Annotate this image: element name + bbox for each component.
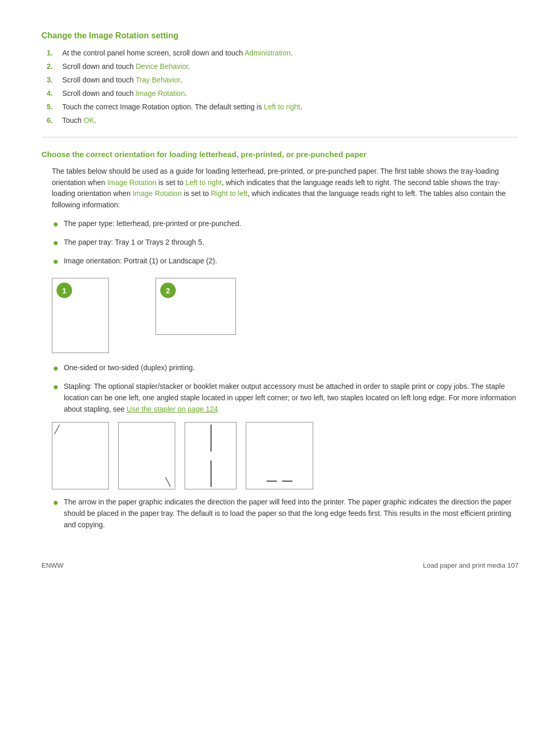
intro-paragraph: The tables below should be used as a gui… [41, 166, 519, 211]
step-text: Scroll down and touch Device Behavior. [62, 62, 190, 71]
bullet-dot: ● [53, 380, 59, 395]
bullet-text-staple: Stapling: The optional stapler/stacker o… [64, 381, 519, 415]
step-text: Scroll down and touch Tray Behavior. [62, 76, 182, 84]
list-item: 3. Scroll down and touch Tray Behavior. [41, 76, 519, 84]
bullet-dot: ● [53, 236, 59, 250]
bullet-text: The arrow in the paper graphic indicates… [64, 497, 519, 530]
step-num: 4. [47, 89, 62, 97]
arrow-icon: ╲ [165, 477, 171, 487]
bullet-list-2: ● One-sided or two-sided (duplex) printi… [41, 362, 519, 415]
image-rotation-link2[interactable]: Image Rotation [107, 178, 157, 187]
footer-right: Load paper and print media 107 [423, 561, 519, 569]
bullet-list-3: ● The arrow in the paper graphic indicat… [41, 497, 519, 530]
list-item: 2. Scroll down and touch Device Behavior… [41, 62, 519, 71]
bullet-text: The paper type: letterhead, pre-printed … [64, 218, 241, 230]
list-item: 6. Touch OK. [41, 116, 519, 124]
bullet-item-2: ● The paper tray: Tray 1 or Trays 2 thro… [52, 237, 519, 250]
step-num: 1. [47, 49, 62, 57]
step-num: 5. [47, 103, 62, 111]
step-text: Touch OK. [62, 116, 96, 124]
line-bot [211, 460, 212, 487]
bullet-list: ● The paper type: letterhead, pre-printe… [41, 218, 519, 269]
bullet-item-6: ● The arrow in the paper graphic indicat… [52, 497, 519, 530]
step-num: 2. [47, 62, 62, 71]
line-top [211, 425, 212, 451]
ok-link[interactable]: OK [83, 116, 94, 124]
bullet-dot: ● [53, 217, 59, 232]
bullet-text: Image orientation: Portrait (1) or Lands… [64, 256, 217, 267]
device-behavior-link[interactable]: Device Behavior [136, 62, 188, 71]
list-item: 1. At the control panel home screen, scr… [41, 49, 519, 57]
page-footer: ENWW Load paper and print media 107 [41, 561, 519, 569]
bullet-dot: ● [53, 496, 59, 510]
bullet-item-3: ● Image orientation: Portrait (1) or Lan… [52, 256, 519, 269]
bullet-item-5: ● Stapling: The optional stapler/stacker… [52, 381, 519, 415]
list-item: 4. Scroll down and touch Image Rotation. [41, 89, 519, 97]
section1-title: Change the Image Rotation setting [41, 31, 519, 40]
image-rotation-link3[interactable]: Image Rotation [133, 189, 182, 198]
dash [282, 481, 292, 482]
stapler-link[interactable]: Use the stapler on page 124 [127, 405, 218, 413]
left-to-right-link[interactable]: Left to right [264, 103, 300, 111]
section-divider [41, 137, 519, 137]
bullet-text: The paper tray: Tray 1 or Trays 2 throug… [64, 237, 204, 248]
step-text: Touch the correct Image Rotation option.… [62, 103, 302, 111]
bullet-item-1: ● The paper type: letterhead, pre-printe… [52, 218, 519, 232]
landscape-label: 2 [160, 283, 176, 298]
staple-paper-4 [246, 422, 313, 489]
list-item: 5. Touch the correct Image Rotation opti… [41, 103, 519, 111]
step-text: At the control panel home screen, scroll… [62, 49, 292, 57]
right-to-left-link[interactable]: Right to left [211, 189, 248, 198]
step-num: 6. [47, 116, 62, 124]
bullet-text: One-sided or two-sided (duplex) printing… [64, 362, 195, 374]
image-rotation-link[interactable]: Image Rotation [136, 89, 185, 97]
left-to-right-link2[interactable]: Left to right [186, 178, 222, 187]
dash [267, 481, 277, 482]
dash-row [267, 481, 292, 482]
bullet-dot: ● [53, 361, 59, 376]
staple-paper-3 [185, 422, 236, 489]
landscape-paper: 2 [156, 278, 236, 335]
arrow-icon: ╱ [54, 425, 60, 434]
bullet-item-4: ● One-sided or two-sided (duplex) printi… [52, 362, 519, 376]
admin-link[interactable]: Administration [245, 49, 291, 57]
footer-left: ENWW [41, 561, 64, 569]
step-num: 3. [47, 76, 62, 84]
portrait-label: 1 [57, 283, 72, 298]
staple-paper-2: ╲ [118, 422, 175, 489]
step-text: Scroll down and touch Image Rotation. [62, 89, 187, 97]
bullet-dot: ● [53, 255, 59, 269]
portrait-paper: 1 [52, 278, 109, 353]
orientation-images: 1 2 [52, 278, 519, 353]
staple-images: ╱ ╲ [52, 422, 519, 489]
section2-title: Choose the correct orientation for loadi… [41, 150, 519, 159]
tray-behavior-link[interactable]: Tray Behavior [135, 76, 180, 84]
staple-paper-1: ╱ [52, 422, 109, 489]
numbered-list: 1. At the control panel home screen, scr… [41, 49, 519, 124]
